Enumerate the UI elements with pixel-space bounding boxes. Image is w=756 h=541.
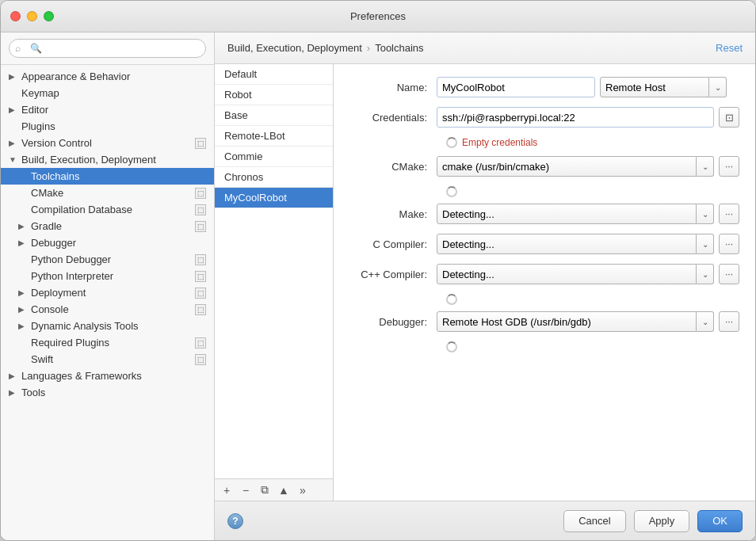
c-compiler-dropdown-arrow[interactable]: ⌄ bbox=[697, 234, 714, 254]
cpp-compiler-row: C++ Compiler: Detecting... ⌄ ··· bbox=[349, 264, 739, 284]
sidebar-item-languages[interactable]: ▶ Languages & Frameworks bbox=[1, 368, 214, 384]
help-button[interactable]: ? bbox=[227, 513, 243, 529]
arrow-icon: ▶ bbox=[9, 371, 18, 380]
warning-spinner-icon bbox=[446, 137, 457, 148]
breadcrumb-separator: › bbox=[367, 42, 370, 54]
more-toolbar-button[interactable]: » bbox=[294, 482, 311, 498]
sidebar-item-python-debugger[interactable]: Python Debugger ⬚ bbox=[1, 251, 214, 268]
add-toolchain-button[interactable]: + bbox=[218, 482, 235, 498]
credentials-input[interactable] bbox=[437, 107, 714, 128]
arrow-icon: ▶ bbox=[18, 288, 28, 297]
close-button[interactable] bbox=[10, 11, 21, 21]
sidebar-item-build-exec[interactable]: ▼ Build, Execution, Deployment bbox=[1, 151, 214, 168]
move-up-button[interactable]: ▲ bbox=[275, 482, 292, 498]
cancel-button[interactable]: Cancel bbox=[563, 510, 625, 532]
sidebar-item-label: Languages & Frameworks bbox=[21, 370, 142, 382]
cmake-dropdown-wrapper: cmake (/usr/bin/cmake) ⌄ bbox=[437, 156, 714, 177]
sidebar-item-label: Compilation Database bbox=[31, 204, 132, 215]
make-dropdown[interactable]: Detecting... bbox=[437, 204, 697, 224]
arrow-icon: ▶ bbox=[9, 139, 18, 147]
page-icon: ⬚ bbox=[195, 204, 206, 215]
sidebar-item-gradle[interactable]: ▶ Gradle ⬚ bbox=[1, 218, 214, 234]
preferences-window: Preferences ⌕ ▶ Appearance & Behavior bbox=[0, 0, 756, 541]
c-compiler-row: C Compiler: Detecting... ⌄ ··· bbox=[349, 234, 739, 254]
credentials-warning-row: Empty credentials bbox=[446, 137, 739, 148]
toolchain-item-base[interactable]: Base bbox=[215, 105, 333, 126]
sidebar-item-label: Tools bbox=[21, 387, 45, 398]
debugger-more-button[interactable]: ··· bbox=[719, 311, 739, 332]
arrow-icon: ▶ bbox=[18, 322, 28, 330]
arrow-icon: ▶ bbox=[9, 72, 18, 81]
c-compiler-more-button[interactable]: ··· bbox=[719, 234, 739, 254]
toolchain-item-commie[interactable]: Commie bbox=[215, 147, 333, 167]
sidebar-item-toolchains[interactable]: Toolchains bbox=[1, 168, 214, 185]
sidebar-item-python-interpreter[interactable]: Python Interpreter ⬚ bbox=[1, 268, 214, 284]
minimize-button[interactable] bbox=[27, 11, 37, 21]
sidebar-item-label: Python Interpreter bbox=[31, 270, 113, 282]
sidebar-item-editor[interactable]: ▶ Editor bbox=[1, 101, 214, 118]
sidebar-item-console[interactable]: ▶ Console ⬚ bbox=[1, 301, 214, 318]
toolchain-item-default[interactable]: Default bbox=[215, 64, 333, 85]
search-wrapper: ⌕ bbox=[9, 39, 206, 58]
ok-button[interactable]: OK bbox=[697, 510, 743, 532]
sidebar-item-debugger[interactable]: ▶ Debugger bbox=[1, 234, 214, 251]
toolchain-item-remote-lbot[interactable]: Remote-LBot bbox=[215, 126, 333, 147]
maximize-button[interactable] bbox=[44, 11, 54, 21]
c-compiler-dropdown[interactable]: Detecting... bbox=[437, 234, 697, 254]
sidebar-item-keymap[interactable]: Keymap bbox=[1, 85, 214, 101]
remove-toolchain-button[interactable]: − bbox=[237, 482, 254, 498]
sidebar-item-tools[interactable]: ▶ Tools bbox=[1, 384, 214, 401]
toolchains-list: Default Robot Base Remote-LBot Commie bbox=[215, 64, 333, 478]
cpp-compiler-more-button[interactable]: ··· bbox=[719, 264, 739, 284]
window-controls bbox=[10, 11, 54, 21]
toolchain-item-mycoolrobot[interactable]: MyCoolRobot bbox=[215, 188, 333, 208]
sidebar-item-dynamic-analysis[interactable]: ▶ Dynamic Analysis Tools bbox=[1, 318, 214, 334]
debugger-spinner-row bbox=[446, 341, 739, 352]
sidebar-item-appearance[interactable]: ▶ Appearance & Behavior bbox=[1, 68, 214, 85]
cmake-dropdown[interactable]: cmake (/usr/bin/cmake) bbox=[437, 156, 697, 177]
cpp-compiler-dropdown[interactable]: Detecting... bbox=[437, 264, 697, 284]
debugger-row: Debugger: Remote Host GDB (/usr/bin/gdb)… bbox=[349, 311, 739, 332]
cmake-dropdown-arrow[interactable]: ⌄ bbox=[697, 156, 714, 177]
search-input[interactable] bbox=[9, 39, 206, 58]
sidebar-item-required-plugins[interactable]: Required Plugins ⬚ bbox=[1, 334, 214, 351]
host-type-dropdown[interactable]: Remote Host bbox=[600, 77, 709, 97]
toolchain-item-robot[interactable]: Robot bbox=[215, 85, 333, 105]
breadcrumb: Build, Execution, Deployment › Toolchain… bbox=[227, 42, 424, 54]
sidebar-item-deployment[interactable]: ▶ Deployment ⬚ bbox=[1, 284, 214, 301]
sidebar-item-compilation-db[interactable]: Compilation Database ⬚ bbox=[1, 201, 214, 218]
sidebar-item-label: Version Control bbox=[21, 137, 92, 149]
cpp-compiler-label: C++ Compiler: bbox=[349, 269, 437, 280]
make-more-button[interactable]: ··· bbox=[719, 204, 739, 224]
make-row: Make: Detecting... ⌄ ··· bbox=[349, 204, 739, 224]
main-content: ⌕ ▶ Appearance & Behavior Keymap ▶ bbox=[1, 32, 755, 540]
cpp-compiler-spinner-row bbox=[446, 294, 739, 305]
copy-toolchain-button[interactable]: ⧉ bbox=[256, 482, 273, 498]
sidebar-item-swift[interactable]: Swift ⬚ bbox=[1, 351, 214, 368]
apply-button[interactable]: Apply bbox=[634, 510, 690, 532]
make-dropdown-arrow[interactable]: ⌄ bbox=[697, 204, 714, 224]
sidebar-item-version-control[interactable]: ▶ Version Control ⬚ bbox=[1, 135, 214, 151]
reset-button[interactable]: Reset bbox=[716, 42, 743, 54]
sidebar-item-label: Toolchains bbox=[31, 170, 79, 182]
toolchains-panel: Default Robot Base Remote-LBot Commie bbox=[215, 64, 334, 501]
arrow-icon: ▼ bbox=[9, 155, 18, 164]
credentials-warning: Empty credentials bbox=[462, 137, 537, 148]
window-title: Preferences bbox=[350, 10, 406, 22]
debugger-dropdown[interactable]: Remote Host GDB (/usr/bin/gdb) bbox=[437, 311, 697, 332]
make-label: Make: bbox=[349, 208, 437, 220]
name-label: Name: bbox=[349, 82, 437, 93]
cpp-compiler-dropdown-arrow[interactable]: ⌄ bbox=[697, 264, 714, 284]
cmake-more-button[interactable]: ··· bbox=[719, 156, 739, 177]
toolchain-item-chronos[interactable]: Chronos bbox=[215, 167, 333, 188]
credentials-row: Credentials: ⊡ bbox=[349, 107, 739, 128]
debugger-dropdown-arrow[interactable]: ⌄ bbox=[697, 311, 714, 332]
name-input[interactable] bbox=[437, 77, 595, 97]
titlebar: Preferences bbox=[1, 1, 755, 32]
sidebar-item-plugins[interactable]: Plugins bbox=[1, 118, 214, 135]
cpp-compiler-control: Detecting... ⌄ ··· bbox=[437, 264, 739, 284]
sidebar-item-cmake[interactable]: CMake ⬚ bbox=[1, 185, 214, 201]
host-type-arrow[interactable]: ⌄ bbox=[709, 77, 727, 97]
sidebar-item-label: Gradle bbox=[31, 220, 62, 232]
credentials-folder-button[interactable]: ⊡ bbox=[719, 107, 739, 128]
